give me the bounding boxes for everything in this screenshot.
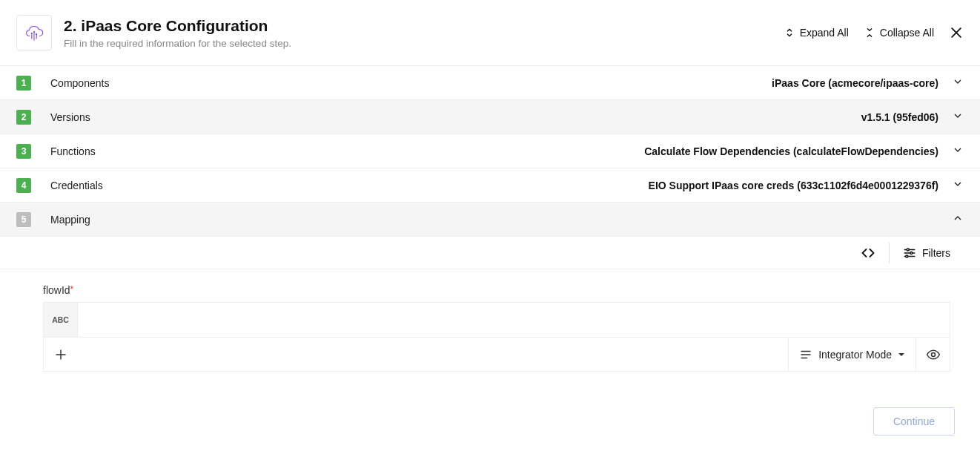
caret-down-icon [898, 351, 905, 358]
type-chip-string: ABC [44, 303, 78, 337]
section-versions[interactable]: 2 Versions v1.5.1 (95fed06) [0, 100, 980, 134]
preview-button[interactable] [916, 338, 950, 372]
field-label-text: flowId [43, 284, 70, 296]
flowid-field-box: ABC Integrator Mode [43, 302, 950, 372]
mapping-body: flowId* ABC Integrator Mode [0, 269, 980, 372]
add-mapping-button[interactable] [44, 338, 78, 372]
svg-point-4 [33, 31, 35, 33]
mapping-mode-selector[interactable]: Integrator Mode [788, 338, 916, 371]
footer: Continue [0, 372, 980, 436]
collapse-icon [864, 27, 875, 39]
list-icon [799, 348, 812, 361]
svg-point-15 [931, 352, 935, 356]
section-number: 1 [16, 76, 31, 91]
code-icon [861, 246, 875, 260]
page-subtitle: Fill in the required information for the… [64, 38, 784, 49]
filters-label: Filters [922, 247, 950, 259]
accordion-sections: 1 Components iPaas Core (acmecore/ipaas-… [0, 66, 980, 237]
section-value: EIO Support IPaas core creds (633c1102f6… [649, 180, 938, 191]
section-number: 2 [16, 110, 31, 125]
flowid-input[interactable] [78, 303, 950, 337]
svg-point-5 [36, 33, 37, 35]
section-credentials[interactable]: 4 Credentials EIO Support IPaas core cre… [0, 168, 980, 203]
step-cloud-icon [16, 15, 52, 50]
mapping-toolbar: Filters [0, 237, 980, 269]
section-components[interactable]: 1 Components iPaas Core (acmecore/ipaas-… [0, 66, 980, 100]
sliders-icon [903, 246, 916, 260]
collapse-all-button[interactable]: Collapse All [864, 27, 934, 39]
chevron-down-icon [952, 144, 964, 158]
plus-icon [54, 348, 67, 361]
section-value: Calculate Flow Dependencies (calculateFl… [644, 145, 938, 157]
svg-point-7 [907, 249, 909, 251]
expand-all-label: Expand All [800, 27, 849, 39]
continue-button[interactable]: Continue [873, 407, 955, 436]
chevron-up-icon [952, 212, 964, 226]
field-label-flowid: flowId* [43, 284, 950, 296]
chevron-down-icon [952, 178, 964, 192]
section-number: 5 [16, 212, 31, 227]
section-number: 4 [16, 178, 31, 193]
section-label: Versions [50, 111, 861, 123]
mapping-mode-label: Integrator Mode [818, 349, 892, 361]
section-value: v1.5.1 (95fed06) [861, 111, 938, 123]
section-functions[interactable]: 3 Functions Calculate Flow Dependencies … [0, 134, 980, 168]
svg-point-11 [906, 255, 908, 257]
close-icon[interactable] [949, 25, 964, 40]
section-label: Mapping [50, 214, 938, 226]
section-mapping[interactable]: 5 Mapping [0, 203, 980, 237]
section-label: Functions [50, 145, 644, 157]
section-value: iPaas Core (acmecore/ipaas-core) [772, 77, 938, 89]
section-label: Credentials [50, 180, 649, 191]
svg-point-9 [910, 252, 913, 254]
expand-icon [784, 27, 795, 39]
chevron-down-icon [952, 110, 964, 124]
page-title: 2. iPaas Core Configuration [64, 17, 784, 35]
section-label: Components [50, 77, 772, 89]
header-text: 2. iPaas Core Configuration Fill in the … [64, 17, 784, 49]
chevron-down-icon [952, 76, 964, 90]
eye-icon [926, 347, 941, 362]
filters-button[interactable]: Filters [890, 237, 964, 269]
section-number: 3 [16, 144, 31, 159]
collapse-all-label: Collapse All [880, 27, 934, 39]
toggle-code-view-button[interactable] [847, 237, 889, 269]
expand-all-button[interactable]: Expand All [784, 27, 849, 39]
required-marker: * [70, 284, 74, 295]
config-header: 2. iPaas Core Configuration Fill in the … [0, 0, 980, 66]
svg-point-3 [31, 33, 33, 34]
